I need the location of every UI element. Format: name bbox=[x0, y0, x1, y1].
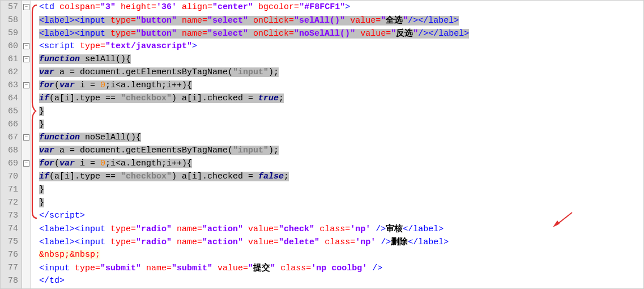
line-number: 63 bbox=[3, 79, 18, 92]
line-number: 61 bbox=[3, 53, 18, 66]
code-line: <input type="submit" name="submit" value… bbox=[38, 261, 643, 274]
code-line: var a = document.getElementsByTagName("i… bbox=[38, 66, 643, 79]
line-number: 71 bbox=[3, 183, 18, 196]
code-line: </td> bbox=[38, 274, 643, 287]
line-number: 59 bbox=[3, 27, 18, 40]
line-number: 69 bbox=[3, 157, 18, 170]
code-line: if(a[i].type == "checkbox") a[i].checked… bbox=[38, 170, 643, 183]
line-number: 60 bbox=[3, 40, 18, 53]
code-area[interactable]: <td colspan="3" height='36' align="cente… bbox=[38, 1, 643, 288]
line-number-gutter: 5758596061626364656667686970717273747576… bbox=[1, 1, 22, 288]
line-number: 74 bbox=[3, 222, 18, 235]
code-line: <td colspan="3" height='36' align="cente… bbox=[38, 1, 643, 14]
line-number: 70 bbox=[3, 170, 18, 183]
code-line: } bbox=[38, 183, 643, 196]
code-line: } bbox=[38, 196, 643, 209]
code-line: <script type="text/javascript"> bbox=[38, 40, 643, 53]
code-line: <label><input type="button" name="select… bbox=[38, 14, 643, 27]
fold-toggle-icon[interactable]: − bbox=[23, 160, 29, 167]
line-number: 67 bbox=[3, 131, 18, 144]
line-number: 68 bbox=[3, 144, 18, 157]
line-number: 73 bbox=[3, 209, 18, 222]
line-number: 62 bbox=[3, 66, 18, 79]
fold-toggle-icon[interactable]: − bbox=[23, 43, 29, 49]
code-line: } bbox=[38, 105, 643, 118]
fold-toggle-icon[interactable]: − bbox=[23, 56, 29, 62]
code-line: <label><input type="radio" name="action"… bbox=[38, 235, 643, 248]
fold-toggle-icon[interactable]: − bbox=[23, 82, 29, 88]
fold-toggle-icon[interactable]: − bbox=[23, 4, 29, 10]
code-line: &nbsp;&nbsp; bbox=[38, 248, 643, 261]
fold-column: − − − − − − bbox=[22, 1, 31, 288]
line-number: 72 bbox=[3, 196, 18, 209]
code-line: <label><input type="radio" name="action"… bbox=[38, 222, 643, 235]
line-number: 77 bbox=[3, 261, 18, 274]
code-line: <label><input type="button" name="select… bbox=[38, 27, 643, 40]
code-line: </script> bbox=[38, 209, 643, 222]
code-line: var a = document.getElementsByTagName("i… bbox=[38, 144, 643, 157]
line-number: 58 bbox=[3, 14, 18, 27]
line-number: 64 bbox=[3, 92, 18, 105]
fold-toggle-icon[interactable]: − bbox=[23, 134, 29, 141]
line-number: 75 bbox=[3, 235, 18, 248]
line-number: 57 bbox=[3, 1, 18, 14]
line-number: 66 bbox=[3, 118, 18, 131]
annotation-brace bbox=[31, 1, 38, 288]
line-number: 78 bbox=[3, 274, 18, 287]
code-line: function selAll(){ bbox=[38, 53, 643, 66]
code-editor[interactable]: 5758596061626364656667686970717273747576… bbox=[0, 0, 644, 289]
code-line: for(var i = 0;i<a.length;i++){ bbox=[38, 157, 643, 170]
line-number: 65 bbox=[3, 105, 18, 118]
line-number: 76 bbox=[3, 248, 18, 261]
code-line: if(a[i].type == "checkbox") a[i].checked… bbox=[38, 92, 643, 105]
code-line: } bbox=[38, 118, 643, 131]
code-line: for(var i = 0;i<a.length;i++){ bbox=[38, 79, 643, 92]
code-line: function noSelAll(){ bbox=[38, 131, 643, 144]
